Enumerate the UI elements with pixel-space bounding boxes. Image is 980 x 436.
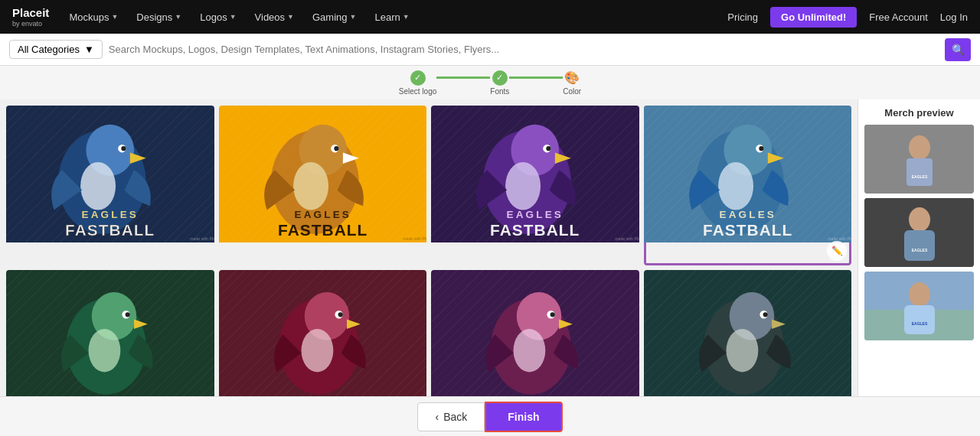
svg-point-59 <box>726 329 758 372</box>
merch-preview-title: Merch preview <box>864 107 974 119</box>
merch-thumb-2[interactable]: EAGLES <box>864 198 974 267</box>
chevron-down-icon: ▼ <box>175 13 181 21</box>
navbar: Placeit by envato Mockups ▼ Designs ▼ Lo… <box>0 0 980 34</box>
edit-button[interactable]: ✏️ <box>827 241 847 261</box>
nav-gaming[interactable]: Gaming ▼ <box>305 7 364 28</box>
chevron-down-icon: ▼ <box>84 44 94 55</box>
nav-designs[interactable]: Designs ▼ <box>129 7 189 28</box>
chevron-down-icon: ▼ <box>403 13 410 21</box>
svg-text:EAGLES: EAGLES <box>912 174 928 179</box>
svg-point-5 <box>80 162 116 210</box>
svg-point-58 <box>763 312 767 317</box>
step3-icon: 🎨 <box>564 70 580 86</box>
chevron-down-icon: ▼ <box>111 13 118 21</box>
svg-point-31 <box>759 146 763 151</box>
chevron-left-icon: ‹ <box>435 411 439 423</box>
step1-circle: ✓ <box>410 70 426 86</box>
svg-text:EAGLES: EAGLES <box>719 209 776 220</box>
free-account-link[interactable]: Free Account <box>869 11 928 23</box>
svg-point-32 <box>718 162 753 210</box>
category-dropdown[interactable]: All Categories ▼ <box>9 40 103 59</box>
nav-logos[interactable]: Logos ▼ <box>192 7 243 28</box>
color-grid: EAGLES FASTBALL made with Placeit <box>0 99 858 436</box>
svg-text:EAGLES: EAGLES <box>81 209 139 220</box>
steps-bar: ✓ Select logo ✓ Fonts 🎨 Color <box>0 66 980 99</box>
pricing-link[interactable]: Pricing <box>727 11 758 23</box>
merch-thumb-3[interactable]: EAGLES <box>864 272 974 340</box>
chevron-down-icon: ▼ <box>230 13 237 21</box>
svg-point-47 <box>301 329 333 372</box>
log-in-link[interactable]: Log In <box>940 11 968 23</box>
color-option-3[interactable]: EAGLES FASTBALL made with Placeit <box>431 106 639 265</box>
search-icon: 🔍 <box>952 44 965 56</box>
step-fonts: ✓ Fonts <box>490 70 509 96</box>
svg-point-65 <box>909 207 930 232</box>
svg-text:made with Placeit: made with Placeit <box>190 236 214 241</box>
svg-rect-66 <box>904 230 935 261</box>
svg-text:EAGLES: EAGLES <box>294 209 351 220</box>
svg-point-46 <box>338 312 342 317</box>
svg-rect-71 <box>904 305 935 334</box>
search-button[interactable]: 🔍 <box>945 38 971 61</box>
chevron-down-icon: ▼ <box>287 13 294 21</box>
search-bar: All Categories ▼ 🔍 <box>0 34 980 66</box>
svg-point-4 <box>121 146 126 151</box>
svg-text:EAGLES: EAGLES <box>506 209 564 220</box>
finish-button[interactable]: Finish <box>485 402 562 432</box>
svg-text:FASTBALL: FASTBALL <box>490 221 580 239</box>
svg-point-53 <box>514 329 546 372</box>
svg-point-52 <box>550 312 555 317</box>
color-option-2[interactable]: EAGLES FASTBALL made with Placeit <box>219 106 427 265</box>
step-connector-2 <box>509 76 563 79</box>
step1-label: Select logo <box>399 87 436 96</box>
svg-text:made with Placeit: made with Placeit <box>828 236 851 241</box>
category-label: All Categories <box>18 44 80 55</box>
svg-rect-62 <box>906 158 933 186</box>
color-option-4[interactable]: EAGLES FASTBALL made with Placeit ✏️ <box>644 106 852 265</box>
search-input[interactable] <box>109 44 945 55</box>
main-area: EAGLES FASTBALL made with Placeit <box>0 99 980 436</box>
logo[interactable]: Placeit by envato <box>12 6 49 28</box>
step-select-logo: ✓ Select logo <box>399 70 436 96</box>
step3-label: Color <box>563 87 581 96</box>
brand-sub: by envato <box>12 20 49 28</box>
color-option-1[interactable]: EAGLES FASTBALL made with Placeit <box>6 106 214 265</box>
nav-videos[interactable]: Videos ▼ <box>247 7 302 28</box>
svg-point-14 <box>293 162 328 210</box>
svg-point-13 <box>334 146 338 151</box>
svg-text:EAGLES: EAGLES <box>912 248 928 252</box>
svg-point-23 <box>505 162 541 210</box>
chevron-down-icon: ▼ <box>350 13 357 21</box>
merch-thumb-1[interactable]: EAGLES <box>864 125 974 194</box>
svg-point-70 <box>909 282 930 307</box>
back-button[interactable]: ‹ Back <box>417 402 485 431</box>
brand-name: Placeit <box>12 6 49 19</box>
svg-text:made with Placeit: made with Placeit <box>403 236 426 241</box>
svg-point-22 <box>546 146 550 151</box>
svg-text:FASTBALL: FASTBALL <box>65 221 155 239</box>
nav-right: Pricing Go Unlimited! Free Account Log I… <box>727 7 968 28</box>
nav-learn[interactable]: Learn ▼ <box>367 7 416 28</box>
merch-preview-sidebar: Merch preview EAGLES EAGLES <box>858 99 980 436</box>
step2-label: Fonts <box>490 87 509 96</box>
svg-text:made with Placeit: made with Placeit <box>615 236 639 241</box>
svg-point-41 <box>89 329 121 372</box>
svg-text:FASTBALL: FASTBALL <box>703 221 792 239</box>
go-unlimited-button[interactable]: Go Unlimited! <box>770 7 857 28</box>
step-color: 🎨 Color <box>563 70 581 96</box>
svg-point-61 <box>909 135 930 160</box>
svg-text:EAGLES: EAGLES <box>912 321 928 326</box>
step2-circle: ✓ <box>492 70 508 86</box>
step-connector-1 <box>436 76 490 79</box>
bottom-bar: ‹ Back Finish <box>0 396 980 436</box>
nav-mockups[interactable]: Mockups ▼ <box>61 7 126 28</box>
svg-point-40 <box>126 312 130 317</box>
svg-text:FASTBALL: FASTBALL <box>278 221 368 239</box>
